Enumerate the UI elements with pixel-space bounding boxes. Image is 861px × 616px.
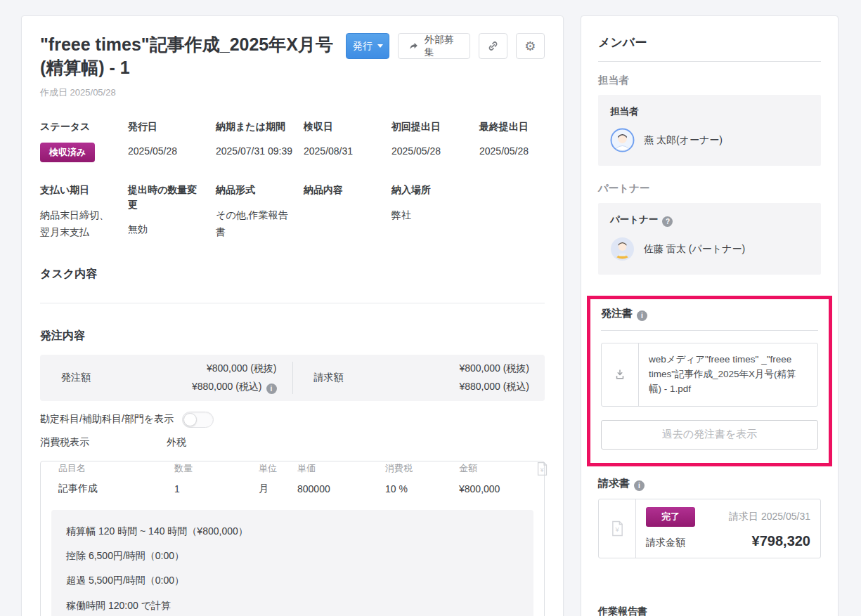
copy-link-button[interactable] — [479, 33, 507, 59]
invoice-status-badge: 完了 — [646, 507, 695, 527]
assignee-box: 担当者 燕 太郎(オーナー) — [598, 95, 821, 166]
field-issue-date: 発行日 2025/05/28 — [128, 119, 216, 162]
field-value: 弊社 — [391, 207, 479, 224]
purchase-order-highlight: 発注書i webメディア"freee times" _"freee times"… — [587, 296, 832, 466]
excess-rate: 超過 5,500円/時間（0:00） — [66, 572, 519, 588]
publish-button[interactable]: 発行 — [346, 33, 389, 59]
download-cell[interactable] — [602, 343, 639, 406]
col-tax: 消費税 — [385, 462, 459, 475]
tax-display-value: 外税 — [167, 436, 186, 449]
col-unit-price: 単価 — [297, 462, 385, 475]
info-icon[interactable]: i — [634, 480, 645, 491]
status-badge: 検収済み — [40, 143, 95, 162]
field-value: 2025/08/31 — [304, 143, 391, 160]
purchase-order-heading: 発注書 — [601, 307, 633, 319]
assignee-row: 燕 太郎(オーナー) — [610, 128, 809, 152]
field-first-submit-date: 初回提出日 2025/05/28 — [391, 119, 479, 162]
toggle-knob — [183, 413, 197, 426]
invoice-card[interactable]: ¥ 完了 請求日 2025/05/31 請求金額 ¥798,320 — [598, 499, 821, 558]
item-table-header: 品目名 数量 単位 単価 消費税 金額 ¥ — [41, 461, 544, 476]
field-value: 2025/05/28 — [479, 143, 567, 160]
field-label: 納品形式 — [216, 183, 304, 197]
invoice-amount-value: ¥798,320 — [752, 533, 810, 549]
invoice-amount-values: ¥800,000 (税抜) ¥880,000 (税込) — [459, 360, 529, 396]
settings-button[interactable]: ⚙ — [516, 33, 545, 59]
caret-down-icon — [377, 44, 383, 48]
status-field-row: ステータス 検収済み 発行日 2025/05/28 納期または期間 2025/0… — [40, 119, 545, 162]
working-hours-calc: 稼働時間 120:00 で計算 — [66, 598, 519, 613]
external-recruit-label: 外部募集 — [425, 34, 459, 59]
assignee-avatar — [610, 128, 635, 152]
amount-summary-box: 発注額 ¥800,000 (税抜) ¥880,000 (税込)i 請求額 ¥80… — [40, 355, 545, 401]
field-delivery-format: 納品形式 その他,作業報告書 — [216, 183, 304, 240]
invoice-amount-caption: 請求金額 — [646, 537, 685, 549]
cell-item-name: 記事作成 — [58, 483, 174, 495]
field-label: 納入場所 — [391, 183, 479, 197]
account-display-row: 勘定科目/補助科目/部門を表示 — [40, 412, 545, 428]
assignee-name: 燕 太郎(オーナー) — [644, 134, 723, 147]
table-row: 記事作成 1 月 800000 10 % ¥800,000 — [41, 483, 544, 495]
publish-button-label: 発行 — [353, 40, 373, 53]
purchase-order-file[interactable]: webメディア"freee times" _"freee times"記事作成_… — [601, 343, 818, 407]
page-header: "freee times"記事作成_2025年X月号(精算幅) - 1 発行 外… — [40, 33, 545, 79]
field-label: 提出時の数量変更 — [128, 183, 216, 211]
svg-text:¥: ¥ — [540, 466, 544, 473]
partner-row: 佐藤 雷太 (パートナー) — [610, 237, 809, 261]
partner-label: パートナー — [610, 214, 658, 225]
field-last-submit-date: 最終提出日 2025/05/28 — [479, 119, 567, 162]
assignee-label: 担当者 — [610, 105, 809, 118]
account-display-toggle[interactable] — [182, 412, 214, 428]
sidebar-card: メンバー 担当者 担当者 燕 太郎(オーナー) パートナー パートナー? 佐 — [581, 15, 839, 616]
field-label: 支払い期日 — [40, 183, 128, 197]
order-amount-inc-tax: ¥880,000 (税込) — [192, 381, 262, 392]
yen-doc-icon: ¥ — [611, 520, 624, 537]
download-icon — [614, 369, 626, 380]
members-divider — [598, 61, 821, 62]
past-purchase-orders-button[interactable]: 過去の発注書を表示 — [601, 420, 818, 450]
field-value: その他,作業報告書 — [216, 207, 304, 241]
svg-text:¥: ¥ — [614, 525, 619, 533]
invoice-amount-inc-tax: ¥880,000 (税込) — [459, 378, 529, 396]
cell-unit: 月 — [259, 483, 297, 495]
order-amount-inc-tax-line: ¥880,000 (税込)i — [192, 378, 277, 396]
partner-box: パートナー? 佐藤 雷太 (パートナー) — [598, 203, 821, 275]
invoice-amount-row: 請求金額 ¥798,320 — [646, 533, 810, 549]
order-content-heading: 発注内容 — [40, 329, 545, 343]
field-value: 納品末日締切、翌月末支払 — [40, 207, 128, 241]
field-due-period: 納期または期間 2025/07/31 09:39 — [216, 119, 304, 162]
invoice-heading-row: 請求書i — [598, 477, 821, 491]
field-delivery-place: 納入場所 弊社 — [391, 183, 479, 240]
header-actions: 発行 外部募集 ⚙ — [346, 33, 545, 59]
order-amount-ex-tax: ¥800,000 (税抜) — [192, 360, 277, 378]
members-heading: メンバー — [598, 34, 821, 51]
partner-section-title: パートナー — [598, 182, 821, 195]
purchase-order-file-name[interactable]: webメディア"freee times" _"freee times"記事作成_… — [639, 343, 817, 406]
cell-unit-price: 800000 — [297, 483, 385, 494]
gear-icon: ⚙ — [524, 39, 536, 53]
deduction-rate: 控除 6,500円/時間（0:00） — [66, 548, 519, 563]
detail-field-row: 支払い期日 納品末日締切、翌月末支払 提出時の数量変更 無効 納品形式 その他,… — [40, 183, 545, 240]
field-label: 最終提出日 — [479, 119, 567, 133]
field-payment-deadline: 支払い期日 納品末日締切、翌月末支払 — [40, 183, 128, 240]
external-recruit-button[interactable]: 外部募集 — [398, 33, 470, 59]
field-label: 初回提出日 — [391, 119, 479, 133]
info-icon[interactable]: i — [266, 384, 277, 394]
page-title: "freee times"記事作成_2025年X月号(精算幅) - 1 — [40, 33, 346, 79]
field-label: 発行日 — [128, 119, 216, 133]
invoice-body: 完了 請求日 2025/05/31 請求金額 ¥798,320 — [636, 499, 820, 558]
invoice-heading: 請求書 — [598, 477, 630, 489]
settlement-range: 精算幅 120 時間 ~ 140 時間（¥800,000） — [66, 523, 519, 539]
link-icon — [487, 40, 499, 52]
account-toggle-label: 勘定科目/補助科目/部門を表示 — [40, 413, 174, 426]
col-item-name: 品目名 — [58, 462, 174, 475]
cell-quantity: 1 — [174, 483, 259, 494]
assignee-section-title: 担当者 — [598, 74, 821, 87]
tax-display-row: 消費税表示 外税 — [40, 436, 545, 449]
partner-label-row: パートナー? — [610, 214, 809, 227]
info-icon[interactable]: i — [637, 310, 647, 321]
purchase-order-heading-row: 発注書i — [601, 307, 818, 321]
order-amount-block: 発注額 ¥800,000 (税抜) ¥880,000 (税込)i — [40, 360, 292, 396]
field-quantity-change: 提出時の数量変更 無効 — [128, 183, 216, 240]
help-icon[interactable]: ? — [662, 216, 673, 227]
task-detail-card: "freee times"記事作成_2025年X月号(精算幅) - 1 発行 外… — [21, 15, 564, 616]
